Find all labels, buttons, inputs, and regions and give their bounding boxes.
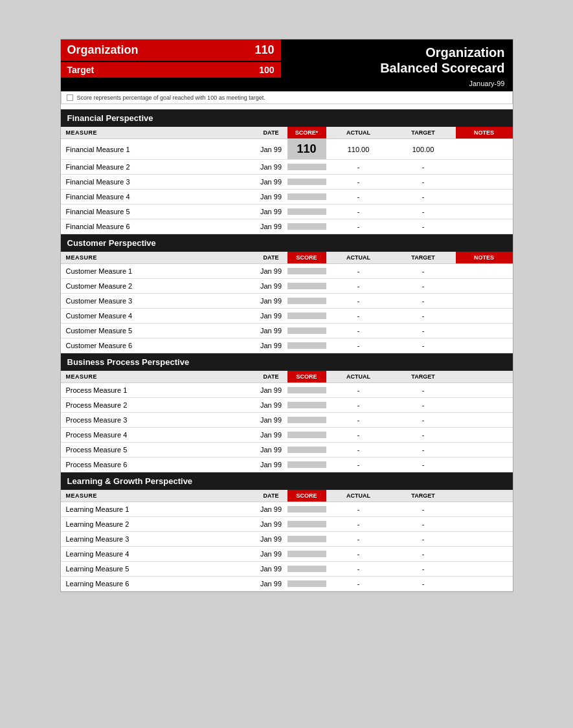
target-row: Target 100 xyxy=(61,62,281,78)
cell-notes xyxy=(456,283,513,289)
cell-measure: Learning Measure 3 xyxy=(61,532,255,546)
col-header-business: MEASUREDATESCOREACTUALTARGET xyxy=(61,371,513,383)
cell-notes xyxy=(456,179,513,185)
cell-score xyxy=(287,461,326,468)
cell-score xyxy=(287,551,326,557)
cell-target: - xyxy=(391,413,456,427)
scorecard: Organization 110 Target 100 Organization… xyxy=(60,39,513,592)
cell-date: Jan 99 xyxy=(255,532,287,546)
cell-score xyxy=(287,387,326,393)
cell-measure: Financial Measure 6 xyxy=(61,219,255,234)
cell-notes xyxy=(456,146,513,153)
col-header-customer: MEASUREDATESCOREACTUALTARGETNotes xyxy=(61,252,513,264)
cell-score xyxy=(287,521,326,527)
cell-date: Jan 99 xyxy=(255,309,287,323)
cell-actual: - xyxy=(326,413,391,427)
org-row: Organization 110 xyxy=(61,39,281,61)
cell-notes xyxy=(456,551,513,557)
table-row: Financial Measure 2Jan 99-- xyxy=(61,160,513,175)
cell-notes xyxy=(456,313,513,319)
cell-score xyxy=(287,298,326,304)
sections-container: Financial PerspectiveMEASUREDATESCORE*AC… xyxy=(61,109,513,591)
cell-actual: - xyxy=(326,398,391,412)
col-header-measure: MEASURE xyxy=(61,490,255,502)
cell-actual: - xyxy=(326,324,391,338)
cell-actual: - xyxy=(326,458,391,472)
cell-score xyxy=(287,327,326,334)
cell-score xyxy=(287,313,326,319)
table-row: Process Measure 1Jan 99-- xyxy=(61,383,513,398)
cell-date: Jan 99 xyxy=(255,204,287,219)
section-header-business: Business Process Perspective xyxy=(61,353,513,371)
table-row: Customer Measure 1Jan 99-- xyxy=(61,264,513,279)
table-row: Customer Measure 2Jan 99-- xyxy=(61,279,513,294)
cell-measure: Process Measure 3 xyxy=(61,413,255,427)
col-header-score: SCORE* xyxy=(287,127,326,138)
col-header-notes-empty xyxy=(456,490,513,502)
col-header-date: DATE xyxy=(255,371,287,382)
cell-notes xyxy=(456,298,513,304)
cell-date: Jan 99 xyxy=(255,502,287,516)
cell-date: Jan 99 xyxy=(255,562,287,576)
cell-actual: - xyxy=(326,383,391,397)
cell-date: Jan 99 xyxy=(255,190,287,204)
cell-measure: Customer Measure 1 xyxy=(61,264,255,278)
table-row: Financial Measure 6Jan 99-- xyxy=(61,219,513,234)
cell-date: Jan 99 xyxy=(255,398,287,412)
cell-date: Jan 99 xyxy=(255,458,287,472)
cell-score xyxy=(287,283,326,289)
cell-actual: - xyxy=(326,294,391,308)
cell-notes xyxy=(456,164,513,170)
cell-notes xyxy=(456,208,513,215)
cell-notes xyxy=(456,268,513,274)
cell-measure: Financial Measure 4 xyxy=(61,190,255,204)
table-row: Financial Measure 5Jan 99-- xyxy=(61,204,513,219)
table-row: Financial Measure 4Jan 99-- xyxy=(61,190,513,204)
cell-actual: - xyxy=(326,517,391,531)
table-row: Process Measure 6Jan 99-- xyxy=(61,458,513,472)
cell-date: Jan 99 xyxy=(255,175,287,189)
cell-notes xyxy=(456,327,513,334)
cell-date: Jan 99 xyxy=(255,443,287,457)
section-header-financial: Financial Perspective xyxy=(61,109,513,127)
table-row: Customer Measure 5Jan 99-- xyxy=(61,324,513,338)
col-header-notes: Notes xyxy=(456,252,513,263)
table-row: Customer Measure 6Jan 99-- xyxy=(61,338,513,353)
cell-measure: Financial Measure 1 xyxy=(61,142,255,157)
cell-target: - xyxy=(391,190,456,204)
cell-measure: Process Measure 2 xyxy=(61,398,255,412)
cell-score xyxy=(287,580,326,587)
cell-date: Jan 99 xyxy=(255,428,287,442)
cell-score xyxy=(287,402,326,408)
header-top: Organization 110 Target 100 Organization… xyxy=(61,39,513,78)
col-header-measure: MEASURE xyxy=(61,371,255,382)
table-row: Financial Measure 3Jan 99-- xyxy=(61,175,513,190)
cell-notes xyxy=(456,447,513,453)
col-header-score: SCORE xyxy=(287,371,326,382)
header-title-col: Organization Balanced Scorecard xyxy=(281,39,513,78)
col-header-actual: ACTUAL xyxy=(326,127,391,138)
cell-measure: Financial Measure 5 xyxy=(61,204,255,219)
cell-measure: Customer Measure 3 xyxy=(61,294,255,308)
cell-score xyxy=(287,536,326,542)
cell-date: Jan 99 xyxy=(255,517,287,531)
cell-target: - xyxy=(391,562,456,576)
cell-measure: Learning Measure 2 xyxy=(61,517,255,531)
cell-actual: - xyxy=(326,562,391,576)
cell-measure: Customer Measure 5 xyxy=(61,324,255,338)
org-label: Organization xyxy=(67,43,139,57)
cell-target: - xyxy=(391,294,456,308)
cell-target: - xyxy=(391,502,456,516)
table-row: Process Measure 4Jan 99-- xyxy=(61,428,513,443)
col-header-score: SCORE xyxy=(287,252,326,263)
col-header-actual: ACTUAL xyxy=(326,252,391,263)
cell-actual: - xyxy=(326,175,391,189)
cell-actual: 110.00 xyxy=(326,142,391,157)
cell-actual: - xyxy=(326,577,391,591)
cell-measure: Customer Measure 4 xyxy=(61,309,255,323)
cell-target: - xyxy=(391,175,456,189)
cell-actual: - xyxy=(326,219,391,234)
cell-notes xyxy=(456,506,513,513)
cell-score xyxy=(287,566,326,572)
col-header-score: SCORE xyxy=(287,490,326,502)
